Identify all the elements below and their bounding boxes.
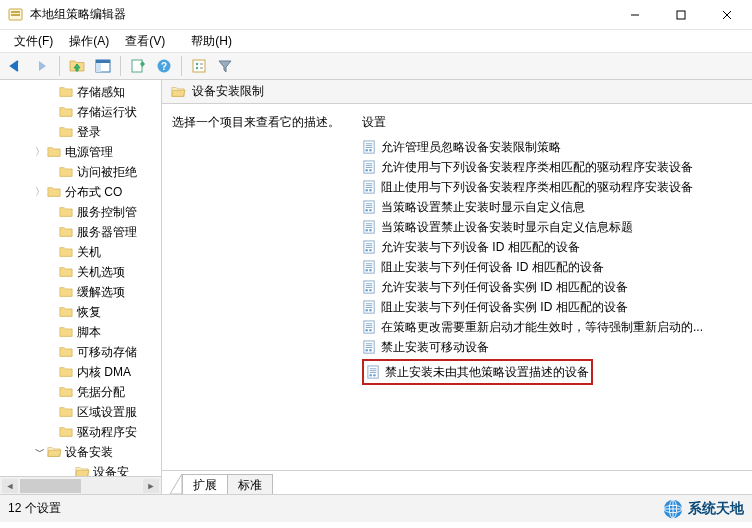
policy-item[interactable]: 禁止安装可移动设备	[362, 337, 744, 357]
tree-label: 登录	[77, 124, 101, 141]
tree-node-scripts[interactable]: 脚本	[0, 322, 161, 342]
menu-bar: 文件(F) 操作(A) 查看(V) 帮助(H)	[0, 30, 752, 52]
tree-label: 存储运行状	[77, 104, 137, 121]
chevron-right-icon[interactable]: 〉	[34, 185, 46, 199]
tree-node-removable-storage[interactable]: 可移动存储	[0, 342, 161, 362]
tree-node-storage-sense[interactable]: 存储感知	[0, 82, 161, 102]
policy-icon	[362, 180, 377, 195]
tree-node-credential-delegation[interactable]: 凭据分配	[0, 382, 161, 402]
back-button[interactable]	[4, 54, 28, 78]
tree-node-mitigation[interactable]: 缓解选项	[0, 282, 161, 302]
tree-label: 设备安	[93, 464, 129, 477]
tree-node-driver-install[interactable]: 驱动程序安	[0, 422, 161, 442]
policy-item[interactable]: 阻止使用与下列设备安装程序类相匹配的驱动程序安装设备	[362, 177, 744, 197]
policy-item[interactable]: 阻止安装与下列任何设备实例 ID 相匹配的设备	[362, 297, 744, 317]
watermark: 系统天地	[662, 495, 752, 523]
policy-label: 阻止安装与下列任何设备实例 ID 相匹配的设备	[381, 299, 628, 316]
tab-extended[interactable]: 扩展	[182, 474, 228, 494]
filter-button[interactable]	[213, 54, 237, 78]
tree-label: 分布式 CO	[65, 184, 122, 201]
policy-icon	[362, 240, 377, 255]
policy-icon	[362, 340, 377, 355]
tree-node-shutdown-options[interactable]: 关机选项	[0, 262, 161, 282]
policy-item[interactable]: 允许使用与下列设备安装程序类相匹配的驱动程序安装设备	[362, 157, 744, 177]
policy-icon	[362, 320, 377, 335]
policy-item[interactable]: 允许安装与下列设备 ID 相匹配的设备	[362, 237, 744, 257]
tree-label: 存储感知	[77, 84, 125, 101]
tree-node-device-install[interactable]: ﹀设备安装	[0, 442, 161, 462]
tree-pane: 存储感知 存储运行状 登录 〉电源管理 访问被拒绝 〉分布式 CO 服务控制管 …	[0, 80, 162, 494]
policy-item[interactable]: 禁止安装未由其他策略设置描述的设备	[366, 362, 589, 382]
status-text: 12 个设置	[0, 500, 662, 517]
menu-view[interactable]: 查看(V)	[117, 31, 173, 52]
title-bar: 本地组策略编辑器	[0, 0, 752, 30]
up-button[interactable]	[65, 54, 89, 78]
column-header-setting[interactable]: 设置	[362, 114, 744, 131]
scroll-thumb[interactable]	[20, 479, 81, 493]
status-bar: 12 个设置 系统天地	[0, 494, 752, 522]
show-hide-tree-button[interactable]	[91, 54, 115, 78]
settings-list: 设置 允许管理员忽略设备安装限制策略 允许使用与下列设备安装程序类相匹配的驱动程…	[362, 114, 744, 466]
policy-item[interactable]: 在策略更改需要重新启动才能生效时，等待强制重新启动的...	[362, 317, 744, 337]
tab-standard[interactable]: 标准	[227, 474, 273, 494]
tree-label: 服务控制管	[77, 204, 137, 221]
tree-label: 电源管理	[65, 144, 113, 161]
tree-view[interactable]: 存储感知 存储运行状 登录 〉电源管理 访问被拒绝 〉分布式 CO 服务控制管 …	[0, 80, 161, 476]
svg-rect-10	[677, 11, 685, 19]
scroll-left-icon[interactable]: ◄	[2, 479, 18, 493]
policy-label: 阻止使用与下列设备安装程序类相匹配的驱动程序安装设备	[381, 179, 693, 196]
policy-view-button[interactable]	[187, 54, 211, 78]
policy-label: 允许安装与下列设备 ID 相匹配的设备	[381, 239, 580, 256]
close-button[interactable]	[704, 0, 750, 30]
tree-node-distributed-com[interactable]: 〉分布式 CO	[0, 182, 161, 202]
svg-rect-19	[193, 60, 205, 72]
tree-label: 关机	[77, 244, 101, 261]
tree-node-power[interactable]: 〉电源管理	[0, 142, 161, 162]
minimize-button[interactable]	[612, 0, 658, 30]
watermark-text: 系统天地	[688, 500, 744, 518]
tree-node-logon[interactable]: 登录	[0, 122, 161, 142]
policy-item[interactable]: 当策略设置禁止设备安装时显示自定义信息标题	[362, 217, 744, 237]
scroll-right-icon[interactable]: ►	[143, 479, 159, 493]
svg-text:?: ?	[161, 61, 167, 72]
content-title: 设备安装限制	[192, 83, 264, 100]
tree-node-recovery[interactable]: 恢复	[0, 302, 161, 322]
export-list-button[interactable]	[126, 54, 150, 78]
policy-label: 允许管理员忽略设备安装限制策略	[381, 139, 561, 156]
tree-label: 区域设置服	[77, 404, 137, 421]
menu-file[interactable]: 文件(F)	[6, 31, 61, 52]
policy-icon	[362, 300, 377, 315]
scroll-track[interactable]	[20, 479, 141, 493]
forward-button[interactable]	[30, 54, 54, 78]
tree-node-locale[interactable]: 区域设置服	[0, 402, 161, 422]
tree-node-server-manager[interactable]: 服务器管理	[0, 222, 161, 242]
tree-node-shutdown[interactable]: 关机	[0, 242, 161, 262]
policy-label: 禁止安装可移动设备	[381, 339, 489, 356]
policy-item[interactable]: 允许安装与下列任何设备实例 ID 相匹配的设备	[362, 277, 744, 297]
chevron-right-icon[interactable]: 〉	[34, 145, 46, 159]
tree-node-storage-health[interactable]: 存储运行状	[0, 102, 161, 122]
menu-action[interactable]: 操作(A)	[61, 31, 117, 52]
tree-node-access-denied[interactable]: 访问被拒绝	[0, 162, 161, 182]
main-area: 存储感知 存储运行状 登录 〉电源管理 访问被拒绝 〉分布式 CO 服务控制管 …	[0, 80, 752, 494]
highlighted-policy: 禁止安装未由其他策略设置描述的设备	[362, 359, 593, 385]
window-title: 本地组策略编辑器	[30, 6, 612, 23]
policy-item[interactable]: 允许管理员忽略设备安装限制策略	[362, 137, 744, 157]
policy-label: 在策略更改需要重新启动才能生效时，等待强制重新启动的...	[381, 319, 703, 336]
folder-icon	[170, 85, 186, 99]
chevron-down-icon[interactable]: ﹀	[34, 445, 46, 459]
tree-node-device-install-restrictions[interactable]: 设备安	[0, 462, 161, 476]
svg-rect-14	[96, 60, 110, 63]
menu-help[interactable]: 帮助(H)	[183, 31, 240, 52]
horizontal-scrollbar[interactable]: ◄ ►	[0, 476, 161, 494]
tree-node-kernel-dma[interactable]: 内核 DMA	[0, 362, 161, 382]
help-button[interactable]: ?	[152, 54, 176, 78]
tree-node-service-control[interactable]: 服务控制管	[0, 202, 161, 222]
svg-point-21	[196, 67, 198, 69]
policy-item[interactable]: 阻止安装与下列任何设备 ID 相匹配的设备	[362, 257, 744, 277]
policy-label: 允许使用与下列设备安装程序类相匹配的驱动程序安装设备	[381, 159, 693, 176]
maximize-button[interactable]	[658, 0, 704, 30]
policy-item[interactable]: 当策略设置禁止安装时显示自定义信息	[362, 197, 744, 217]
policy-icon	[362, 140, 377, 155]
policy-icon	[362, 200, 377, 215]
